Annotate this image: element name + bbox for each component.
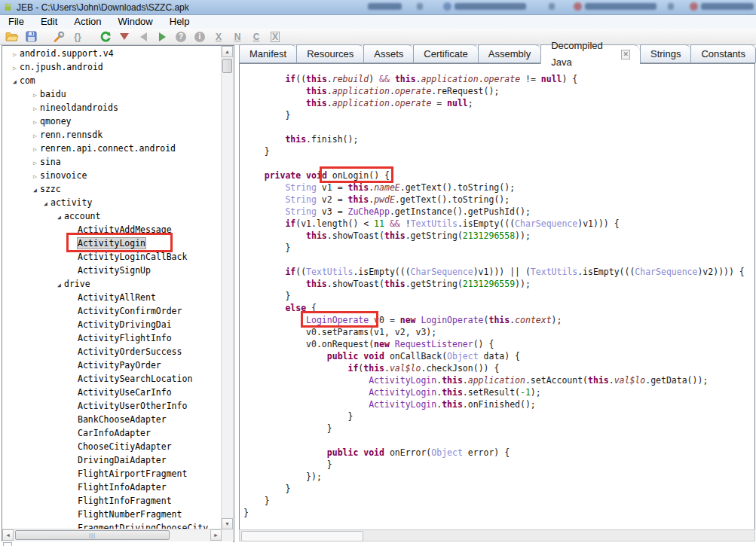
tree-node-android.support.v4[interactable]: android.support.v4 — [20, 48, 114, 59]
tree-node-renn.rennsdk[interactable]: renn.rennsdk — [40, 130, 103, 140]
tree-node-ActivityFlightInfo[interactable]: ActivityFlightInfo — [78, 333, 172, 343]
menu-item-window[interactable]: Window — [110, 15, 161, 29]
expander-expanded-icon[interactable]: ◢ — [30, 184, 40, 197]
tree-row[interactable]: ▷nineoldandroids — [2, 101, 222, 114]
tree-node-ActivityUserOtherInfo[interactable]: ActivityUserOtherInfo — [78, 401, 187, 411]
tree-node-FlightAirportFragment[interactable]: FlightAirportFragment — [78, 468, 187, 479]
tree-node-ActivityLoginCallBack[interactable]: ActivityLoginCallBack — [78, 252, 187, 262]
tree-row[interactable]: DrivingDaiAdapter — [2, 453, 222, 467]
refresh-icon[interactable] — [99, 30, 112, 43]
tree-node-ActivityPayOrder[interactable]: ActivityPayOrder — [78, 360, 161, 371]
menu-item-action[interactable]: Action — [66, 15, 109, 29]
tree-node-qmoney[interactable]: qmoney — [40, 116, 72, 127]
tree-row[interactable]: ▷android.support.v4 — [2, 47, 222, 60]
tree-node-com[interactable]: com — [20, 75, 35, 86]
tree-node-sinovoice[interactable]: sinovoice — [40, 170, 87, 181]
tree-node-CarInfoAdapter[interactable]: CarInfoAdapter — [78, 428, 151, 438]
tree-row[interactable]: ▷renren.api.connect.android — [2, 142, 222, 155]
tree-hscroll-thumb[interactable]: ||| — [15, 530, 170, 540]
menu-item-file[interactable]: File — [0, 15, 32, 29]
scroll-down-button[interactable]: ▼ — [222, 518, 233, 529]
xref-icon[interactable]: X — [212, 30, 225, 43]
save-icon[interactable] — [24, 30, 38, 43]
tree-row[interactable]: ActivityLoginCallBack — [2, 250, 222, 264]
tree-row[interactable]: ActivityUserOtherInfo — [2, 399, 222, 413]
tree-row[interactable]: ActivityUseCarInfo — [2, 386, 222, 399]
tab-strings[interactable]: Strings — [640, 44, 690, 63]
tab-assembly[interactable]: Assembly — [478, 44, 540, 63]
tree-row[interactable]: ActivityAllRent — [2, 291, 222, 304]
navigate-back-icon[interactable] — [136, 30, 150, 43]
code-horizontal-scrollbar[interactable] — [239, 529, 755, 541]
tree-row[interactable]: ▷sinovoice — [2, 169, 222, 182]
tab-certificate[interactable]: Certificate — [413, 44, 478, 63]
tab-manifest[interactable]: Manifest — [239, 44, 296, 63]
tree-row[interactable]: ActivityPayOrder — [2, 358, 222, 372]
menu-item-help[interactable]: Help — [161, 15, 198, 29]
tree-row[interactable]: BankChooseAdapter — [2, 413, 222, 426]
tab-resources[interactable]: Resources — [296, 44, 363, 63]
tree-node-FlightNumberFragment[interactable]: FlightNumberFragment — [78, 509, 182, 520]
decompiled-java-code[interactable]: if((this.rebuild) && this.application.op… — [240, 64, 754, 519]
scroll-up-button[interactable]: ▲ — [222, 46, 233, 57]
tab-close-icon[interactable]: ✕ — [621, 50, 630, 59]
expander-expanded-icon[interactable]: ◢ — [54, 279, 64, 292]
tree-node-FlightInfoFragment[interactable]: FlightInfoFragment — [78, 496, 172, 506]
tree-row[interactable]: ActivityLogin — [2, 236, 222, 250]
tree-row[interactable]: ActivityFlightInfo — [2, 331, 222, 345]
tree-row[interactable]: FlightInfoFragment — [2, 494, 222, 508]
tree-node-sina[interactable]: sina — [40, 157, 61, 167]
tab-decompiled-java[interactable]: Decompiled Java✕ — [540, 44, 640, 64]
tree-row[interactable]: ChooseCitiyAdapter — [2, 440, 222, 453]
code-panel[interactable]: if((this.rebuild) && this.application.op… — [239, 63, 755, 531]
tree-row[interactable]: FlightInfoAdapter — [2, 480, 222, 494]
decompile-icon[interactable]: X — [268, 30, 282, 43]
tree-node-ActivitySignUp[interactable]: ActivitySignUp — [78, 265, 151, 276]
tree-row[interactable]: ◢activity — [2, 196, 222, 209]
tree-vertical-scrollbar[interactable]: ▲ ▼ — [221, 46, 234, 529]
tree-row[interactable]: ActivityDrivingDai — [2, 318, 222, 331]
tree-node-cn.jpush.android[interactable]: cn.jpush.android — [20, 62, 103, 72]
code-hscroll-thumb[interactable] — [241, 531, 363, 541]
braces-icon[interactable]: {} — [71, 30, 84, 43]
scroll-left-button[interactable]: ◄ — [2, 529, 14, 541]
tree-node-BankChooseAdapter[interactable]: BankChooseAdapter — [78, 414, 167, 425]
tree-node-drive[interactable]: drive — [64, 279, 90, 289]
options-wrench-icon[interactable] — [52, 30, 66, 43]
tree-node-DrivingDaiAdapter[interactable]: DrivingDaiAdapter — [78, 455, 167, 465]
tree-row[interactable]: ◢com — [2, 74, 222, 87]
comment-icon[interactable]: C — [249, 30, 263, 43]
tree-row[interactable]: ActivityConfirmOrder — [2, 304, 222, 318]
tree-node-ActivityOrderSuccess[interactable]: ActivityOrderSuccess — [78, 346, 182, 357]
title-bar[interactable]: JEB - C:\Users\John\Downloads\SZZC.apk — [0, 0, 756, 15]
tab-constants[interactable]: Constants — [690, 44, 756, 63]
tree-node-renren.api.connect.android[interactable]: renren.api.connect.android — [40, 143, 176, 154]
tree-row[interactable]: ActivityAddMessage — [2, 223, 222, 236]
open-file-icon[interactable] — [5, 30, 19, 43]
tree-node-szzc[interactable]: szzc — [40, 184, 61, 194]
expander-expanded-icon[interactable]: ◢ — [10, 75, 20, 89]
tree-row[interactable]: CarInfoAdapter — [2, 426, 222, 440]
tree-row[interactable]: ◢szzc — [2, 182, 222, 196]
tree-node-ActivityLogin[interactable]: ActivityLogin — [78, 238, 145, 249]
tree-row[interactable]: ◢account — [2, 209, 222, 223]
tree-node-account[interactable]: account — [64, 211, 100, 221]
tree-row[interactable]: ActivitySignUp — [2, 264, 222, 277]
tree-node-activity[interactable]: activity — [51, 197, 92, 208]
tree-row[interactable]: ▷renn.rennsdk — [2, 128, 222, 142]
expander-expanded-icon[interactable]: ◢ — [54, 211, 64, 224]
menu-item-edit[interactable]: Edit — [32, 15, 66, 29]
tree-row[interactable]: ▷qmoney — [2, 114, 222, 128]
tree-horizontal-scrollbar[interactable]: ◄ ||| ► — [2, 529, 222, 541]
tree-vscroll-thumb[interactable] — [222, 59, 232, 73]
tree-node-ChooseCitiyAdapter[interactable]: ChooseCitiyAdapter — [78, 441, 172, 452]
scroll-right-button[interactable]: ► — [210, 529, 222, 541]
rename-icon[interactable]: N — [231, 30, 244, 43]
tree-row[interactable]: ▷cn.jpush.android — [2, 60, 222, 74]
tree-row[interactable]: ▷baidu — [2, 87, 222, 101]
tree-row[interactable]: ▷sina — [2, 155, 222, 169]
tree-row[interactable]: FlightNumberFragment — [2, 508, 222, 521]
expander-expanded-icon[interactable]: ◢ — [41, 197, 51, 211]
info-icon[interactable]: i — [193, 30, 207, 43]
tree-row[interactable]: ActivityOrderSuccess — [2, 345, 222, 358]
